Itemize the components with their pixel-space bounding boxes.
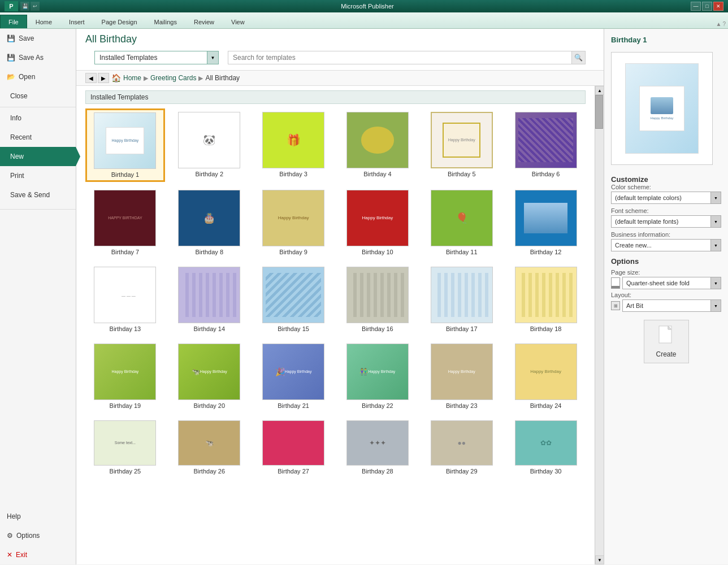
template-card-5[interactable]: Happy Birthday Birthday 5 <box>422 108 501 182</box>
scroll-thumb[interactable] <box>595 95 603 129</box>
template-label-18: Birthday 18 <box>530 325 562 332</box>
quick-access-save[interactable]: 💾 <box>20 2 29 11</box>
template-source-dropdown[interactable]: Installed Templates ▼ <box>94 51 219 64</box>
sidebar-item-help[interactable]: Help <box>0 507 76 526</box>
templates-scroll[interactable]: Installed Templates Happy Birthday Birth… <box>76 86 595 564</box>
template-card-20[interactable]: 🐄 Happy Birthday Birthday 20 <box>170 340 249 412</box>
template-card-21[interactable]: 🎉 Happy Birthday Birthday 21 <box>254 340 333 412</box>
page-size-dropdown-btn[interactable]: ▼ <box>710 277 721 289</box>
app-body: 💾 Save 💾 Save As 📂 Open Close Info Recen… <box>0 29 728 564</box>
tab-review[interactable]: Review <box>185 15 223 28</box>
search-button[interactable]: 🔍 <box>571 51 585 64</box>
template-card-1[interactable]: Happy Birthday Birthday 1 <box>85 108 165 182</box>
sidebar-label-new: New <box>10 153 24 160</box>
document-icon <box>658 325 675 345</box>
template-card-10[interactable]: Happy Birthday Birthday 10 <box>337 186 417 259</box>
quick-access-undo[interactable]: ↩ <box>31 2 40 11</box>
business-info-dropdown-btn[interactable]: ▼ <box>710 240 721 251</box>
template-card-16[interactable]: Birthday 16 <box>337 263 417 336</box>
template-card-6[interactable]: Birthday 6 <box>506 108 586 182</box>
sidebar-item-print[interactable]: Print <box>0 166 76 185</box>
ribbon-expand-icon[interactable]: ▲ <box>716 21 722 27</box>
preview-box: Happy Birthday <box>611 52 713 165</box>
template-card-23[interactable]: Happy Birthday Birthday 23 <box>422 340 501 412</box>
template-source-dropdown-btn[interactable]: ▼ <box>207 51 218 64</box>
template-card-14[interactable]: Birthday 14 <box>170 263 249 336</box>
sidebar-item-recent[interactable]: Recent <box>0 128 76 147</box>
scroll-down-button[interactable]: ▼ <box>595 555 604 564</box>
template-card-19[interactable]: Happy Birthday Birthday 19 <box>85 340 165 412</box>
page-size-value: Quarter-sheet side fold <box>623 280 710 286</box>
template-card-8[interactable]: 🎂 Birthday 8 <box>170 186 249 259</box>
breadcrumb-home-link[interactable]: Home <box>123 74 141 82</box>
layout-dropdown-btn[interactable]: ▼ <box>710 300 721 311</box>
sidebar-item-close[interactable]: Close <box>0 86 76 106</box>
template-thumb-27 <box>262 420 324 466</box>
tab-mailings[interactable]: Mailings <box>146 15 185 28</box>
create-button[interactable]: Create <box>644 320 689 363</box>
tab-view[interactable]: View <box>223 15 253 28</box>
scroll-up-button[interactable]: ▲ <box>595 86 604 95</box>
color-scheme-dropdown-btn[interactable]: ▼ <box>710 192 721 203</box>
template-card-26[interactable]: 🐄 Birthday 26 <box>170 417 249 478</box>
close-button[interactable]: ✕ <box>713 2 723 11</box>
template-card-4[interactable]: Birthday 4 <box>337 108 417 182</box>
sidebar-item-open[interactable]: 📂 Open <box>0 67 76 86</box>
sidebar-item-info[interactable]: Info <box>0 108 76 128</box>
layout-dropdown[interactable]: Art Bit ▼ <box>622 299 721 312</box>
color-scheme-dropdown[interactable]: (default template colors) ▼ <box>611 192 721 204</box>
preview-image: Happy Birthday <box>639 86 684 131</box>
scroll-track[interactable] <box>595 95 604 555</box>
template-card-9[interactable]: Happy Birthday Birthday 9 <box>254 186 333 259</box>
template-card-3[interactable]: 🎁 Birthday 3 <box>254 108 333 182</box>
template-card-22[interactable]: 👫 Happy Birthday Birthday 22 <box>337 340 417 412</box>
sidebar-item-exit[interactable]: ✕ Exit <box>0 545 76 564</box>
breadcrumb-back-button[interactable]: ◀ <box>85 73 97 83</box>
maximize-button[interactable]: □ <box>702 2 712 11</box>
template-card-28[interactable]: ✦✦✦ Birthday 28 <box>337 417 417 478</box>
sidebar-item-options[interactable]: ⚙ Options <box>0 526 76 545</box>
template-card-7[interactable]: HAPPY BIRTHDAY Birthday 7 <box>85 186 165 259</box>
template-card-15[interactable]: Birthday 15 <box>254 263 333 336</box>
minimize-button[interactable]: — <box>691 2 701 11</box>
template-card-17[interactable]: Birthday 17 <box>422 263 501 336</box>
font-scheme-dropdown-btn[interactable]: ▼ <box>710 216 721 227</box>
template-card-29[interactable]: ●● Birthday 29 <box>422 417 501 478</box>
template-thumb-22: 👫 Happy Birthday <box>346 344 409 400</box>
template-card-13[interactable]: ❄ — — — Birthday 13 <box>85 263 165 336</box>
tab-home[interactable]: Home <box>27 15 60 28</box>
tab-file[interactable]: File <box>0 15 27 28</box>
search-input[interactable] <box>228 54 571 62</box>
template-thumb-9: Happy Birthday <box>262 190 324 246</box>
help-icon[interactable]: ? <box>722 21 726 27</box>
tab-insert[interactable]: Insert <box>60 15 93 28</box>
template-card-12[interactable]: Birthday 12 <box>506 186 586 259</box>
template-card-25[interactable]: Some text... Birthday 25 <box>85 417 165 478</box>
template-label-13: Birthday 13 <box>110 325 141 332</box>
breadcrumb-greeting-cards-link[interactable]: Greeting Cards <box>150 74 196 82</box>
tab-page-design[interactable]: Page Design <box>93 15 146 28</box>
sidebar-label-options: Options <box>16 532 40 540</box>
sidebar-item-save[interactable]: 💾 Save <box>0 29 76 48</box>
business-info-value: Create new... <box>612 242 710 249</box>
template-card-18[interactable]: Birthday 18 <box>506 263 586 336</box>
template-card-27[interactable]: Birthday 27 <box>254 417 333 478</box>
help-section-label: Help <box>7 512 21 520</box>
scroll-bar[interactable]: ▲ ▼ <box>595 86 604 564</box>
template-card-30[interactable]: ✿✿ Birthday 30 <box>506 417 586 478</box>
template-card-24[interactable]: Happy Birthday Birthday 24 <box>506 340 586 412</box>
breadcrumb-forward-button[interactable]: ▶ <box>98 73 109 83</box>
template-thumb-5: Happy Birthday <box>431 112 493 168</box>
sidebar-label-close: Close <box>10 92 28 100</box>
template-card-11[interactable]: 🎈 Birthday 11 <box>422 186 501 259</box>
right-panel: Birthday 1 Happy Birthday Customize Colo… <box>604 29 728 564</box>
template-thumb-20: 🐄 Happy Birthday <box>178 344 240 400</box>
font-scheme-dropdown[interactable]: (default template fonts) ▼ <box>611 215 721 228</box>
business-info-dropdown[interactable]: Create new... ▼ <box>611 239 721 251</box>
sidebar-item-new[interactable]: New <box>0 147 76 166</box>
page-size-dropdown[interactable]: Quarter-sheet side fold ▼ <box>622 277 721 289</box>
panel-title: Birthday 1 <box>611 36 721 44</box>
sidebar-item-save-send[interactable]: Save & Send <box>0 185 76 205</box>
sidebar-item-save-as[interactable]: 💾 Save As <box>0 48 76 67</box>
template-card-2[interactable]: 🐼 Birthday 2 <box>170 108 249 182</box>
